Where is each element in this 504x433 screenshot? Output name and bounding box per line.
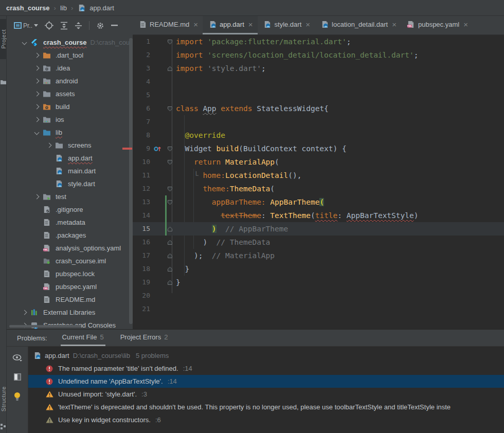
code-line[interactable]: 18 } <box>133 262 504 276</box>
fold-up-icon[interactable] <box>165 222 175 236</box>
problems-file-row[interactable]: app.dart D:\crash_course\lib 5 problems <box>28 349 504 362</box>
code-line[interactable]: 15 ) // AppBarTheme <box>133 222 504 236</box>
problem-row[interactable]: 'textTheme' is deprecated and shouldn't … <box>28 401 504 413</box>
close-icon[interactable]: × <box>193 20 198 29</box>
tree-chevron-icon[interactable] <box>30 258 43 264</box>
breadcrumb-project[interactable]: crash_course <box>6 4 50 12</box>
editor-tab[interactable]: YML pubspec.yaml × <box>401 16 473 34</box>
tree-row[interactable]: YML analysis_options.yaml <box>7 242 133 255</box>
tree-row[interactable]: ios <box>7 113 133 126</box>
fold-up-icon[interactable] <box>165 262 175 276</box>
code-line[interactable]: 7 <box>133 115 504 129</box>
code-line[interactable]: 5 <box>133 88 504 102</box>
code-line[interactable]: 4 <box>133 75 504 88</box>
settings-gear-icon[interactable] <box>96 22 104 30</box>
fold-down-icon[interactable] <box>165 182 175 195</box>
preview-eye-icon[interactable] <box>12 354 23 364</box>
code-editor[interactable]: 1 import 'package:flutter/material.dart'… <box>133 35 504 329</box>
tree-row[interactable]: YML pubspec.yaml <box>7 280 133 293</box>
tree-chevron-icon[interactable] <box>18 40 30 46</box>
tree-row[interactable]: app.dart <box>7 152 133 165</box>
problem-row[interactable]: Use key in widget constructors. :6 <box>28 413 504 426</box>
tree-row[interactable]: .metadata <box>7 216 133 229</box>
code-line[interactable]: 21 <box>133 302 504 316</box>
folder-icon[interactable] <box>1 78 6 87</box>
code-line[interactable]: 9 Widget build(BuildContext context) { <box>133 142 504 155</box>
fold-up-icon[interactable] <box>165 249 175 262</box>
tree-row[interactable]: test <box>7 190 133 203</box>
tree-scrollbar[interactable] <box>129 38 133 324</box>
tree-row[interactable]: style.dart <box>7 177 133 190</box>
tree-row[interactable]: pubspec.lock <box>7 267 133 280</box>
editor-tab[interactable]: location_detail.dart × <box>315 16 401 34</box>
structure-icon[interactable] <box>1 422 6 431</box>
tree-chevron-icon[interactable] <box>30 130 43 136</box>
fold-down-icon[interactable] <box>165 195 175 209</box>
fold-down-icon[interactable] <box>165 102 175 115</box>
tree-row[interactable]: screens <box>7 139 133 152</box>
tree-row[interactable]: android <box>7 75 133 87</box>
tree-row[interactable]: .idea <box>7 62 133 75</box>
fold-up-icon[interactable] <box>165 62 175 75</box>
tree-chevron-icon[interactable] <box>30 207 43 213</box>
tree-chevron-icon[interactable] <box>30 194 43 200</box>
tree-chevron-icon[interactable] <box>30 297 43 303</box>
hide-panel-icon[interactable] <box>111 25 118 26</box>
tool-window-project-button[interactable]: Project <box>0 19 7 59</box>
tree-row[interactable]: External Libraries <box>7 306 133 319</box>
tree-row[interactable]: .packages <box>7 229 133 242</box>
project-view-selector[interactable]: Pr.. <box>14 22 38 29</box>
tree-chevron-icon[interactable] <box>30 78 43 84</box>
code-line[interactable]: 14 textTheme: TextTheme(title: AppBarTex… <box>133 209 504 222</box>
tree-row[interactable]: Scratches and Consoles <box>7 319 133 329</box>
fold-up-icon[interactable] <box>165 276 175 289</box>
fold-down-icon[interactable] <box>165 35 175 48</box>
tree-chevron-icon[interactable] <box>30 232 43 239</box>
collapse-all-icon[interactable] <box>75 22 82 30</box>
problems-tab[interactable]: Project Errors 2 <box>119 330 170 346</box>
expand-all-icon[interactable] <box>60 22 68 30</box>
locate-file-icon[interactable] <box>45 21 53 30</box>
tree-chevron-icon[interactable] <box>30 245 43 251</box>
tree-chevron-icon[interactable] <box>30 104 43 110</box>
tree-chevron-icon[interactable] <box>43 155 55 161</box>
code-line[interactable]: 10 return MaterialApp( <box>133 155 504 169</box>
code-line[interactable]: 8 @override <box>133 129 504 142</box>
code-line[interactable]: 12 theme:ThemeData( <box>133 182 504 195</box>
tree-row[interactable]: main.dart <box>7 165 133 177</box>
fold-down-icon[interactable] <box>165 142 175 155</box>
tree-row[interactable]: lib <box>7 126 133 139</box>
tree-row[interactable]: .dart_tool <box>7 49 133 62</box>
tree-row[interactable]: build <box>7 100 133 113</box>
tree-chevron-icon[interactable] <box>18 310 30 316</box>
tree-row[interactable]: crash_course D:\crash_cours <box>7 36 133 49</box>
tree-chevron-icon[interactable] <box>43 181 55 187</box>
tree-chevron-icon[interactable] <box>43 168 55 174</box>
tree-chevron-icon[interactable] <box>30 117 43 123</box>
close-icon[interactable]: × <box>248 20 253 29</box>
editor-tab[interactable]: style.dart × <box>258 16 315 34</box>
tree-row[interactable]: .gitignore <box>7 203 133 216</box>
code-line[interactable]: 3 import 'style.dart'; <box>133 62 504 75</box>
tree-row[interactable]: assets <box>7 87 133 100</box>
close-icon[interactable]: × <box>392 20 397 29</box>
code-line[interactable]: 13 appBarTheme: AppBarTheme( <box>133 195 504 209</box>
fold-up-icon[interactable] <box>165 236 175 249</box>
tool-window-structure-button[interactable]: Structure <box>0 379 7 419</box>
tree-row[interactable]: README.md <box>7 293 133 306</box>
editor-tab[interactable]: README.md × <box>133 16 203 34</box>
breadcrumb-lib[interactable]: lib <box>60 4 67 12</box>
tree-chevron-icon[interactable] <box>30 91 43 97</box>
tree-chevron-icon[interactable] <box>30 65 43 71</box>
panel-layout-icon[interactable] <box>13 373 22 383</box>
tree-chevron-icon[interactable] <box>30 271 43 277</box>
code-line[interactable]: 19 } <box>133 276 504 289</box>
quickfix-bulb-icon[interactable] <box>13 392 21 403</box>
fold-down-icon[interactable] <box>165 155 175 169</box>
problems-tab[interactable]: Current File 5 <box>61 330 105 346</box>
tree-chevron-icon[interactable] <box>30 220 43 226</box>
tree-chevron-icon[interactable] <box>30 284 43 290</box>
problem-row[interactable]: The named parameter 'title' isn't define… <box>28 362 504 375</box>
close-icon[interactable]: × <box>305 20 310 29</box>
code-line[interactable]: 1 import 'package:flutter/material.dart'… <box>133 35 504 48</box>
